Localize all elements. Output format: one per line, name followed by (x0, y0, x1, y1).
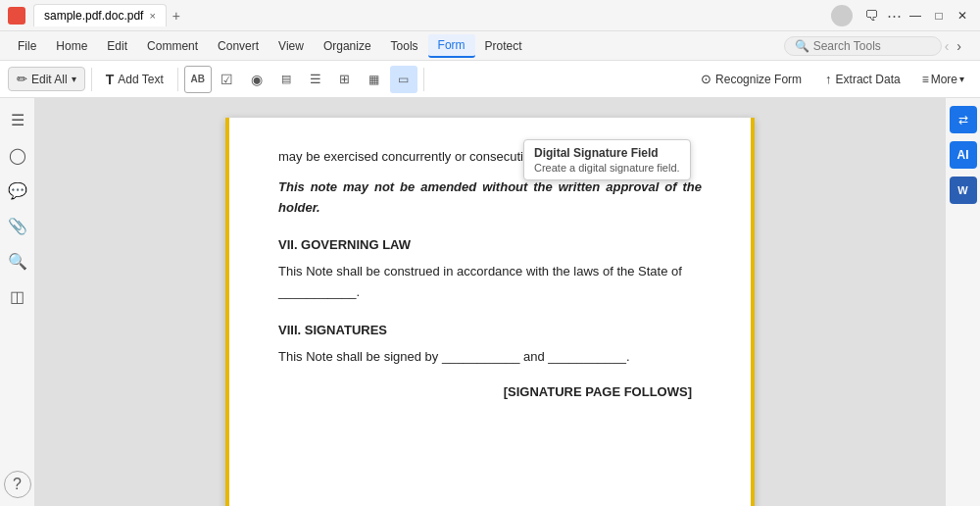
left-sidebar: ☰ ◯ 💬 📎 🔍 ◫ ? (0, 98, 35, 506)
main-content: ☰ ◯ 💬 📎 🔍 ◫ ? Digital Signature Field Cr… (0, 98, 980, 506)
add-text-label: Add Text (118, 73, 163, 86)
sidebar-item-attachments[interactable]: 📎 (4, 212, 31, 239)
add-tab-button[interactable]: + (172, 8, 180, 24)
signature-field-button[interactable]: ▭ (390, 66, 417, 93)
bold-italic-note: This note may not be amended without the… (278, 177, 702, 219)
sidebar-item-bookmark[interactable]: ◯ (4, 141, 31, 169)
note-text: This note may not be amended without the… (278, 179, 702, 215)
sidebar-item-nav[interactable]: ☰ (4, 106, 31, 133)
edit-all-label: Edit All (31, 73, 68, 86)
search-tools-input[interactable]: 🔍 (784, 36, 942, 56)
edit-all-dropdown-icon: ▾ (72, 74, 76, 84)
section7-blank: ___________. (278, 284, 360, 299)
more-options-icon[interactable]: ⋯ (887, 7, 902, 25)
tooltip-box: Digital Signature Field Create a digital… (523, 139, 691, 180)
more-icon: ≡ (922, 73, 929, 86)
menu-home[interactable]: Home (46, 35, 97, 57)
section8-text: This Note shall be signed by ___________… (278, 347, 702, 368)
menu-file[interactable]: File (8, 35, 46, 57)
window-controls: 🗨 ⋯ — □ ✕ (831, 5, 972, 26)
more-chevron-icon: ▾ (959, 74, 964, 84)
menu-organize[interactable]: Organize (314, 35, 381, 57)
section7-text: This Note shall be construed in accordan… (278, 262, 702, 303)
menu-edit[interactable]: Edit (97, 35, 137, 57)
radio-button[interactable]: ◉ (243, 66, 270, 93)
combo-box-button[interactable]: ▤ (272, 66, 300, 93)
maximize-button[interactable]: □ (929, 6, 949, 25)
edit-all-button[interactable]: ✏ Edit All ▾ (8, 67, 85, 91)
separator-2 (177, 68, 178, 91)
tooltip-title: Digital Signature Field (534, 146, 680, 160)
document-page: Digital Signature Field Create a digital… (225, 118, 755, 506)
section8-title: VIII. SIGNATURES (278, 321, 702, 341)
text-field-button[interactable]: AB (184, 66, 212, 93)
tooltip-description: Create a digital signature field. (534, 162, 680, 174)
sidebar-item-search[interactable]: 🔍 (4, 247, 31, 275)
extract-icon: ↑ (825, 72, 832, 86)
recognize-form-button[interactable]: ⊙ Recognize Form (691, 68, 811, 90)
edit-icon: ✏ (17, 72, 27, 86)
recognize-icon: ⊙ (701, 72, 711, 86)
search-icon: 🔍 (795, 39, 809, 53)
minimize-button[interactable]: — (906, 6, 925, 25)
menu-comment[interactable]: Comment (137, 35, 208, 57)
document-text: may be exercised concurrently or consecu… (278, 147, 702, 403)
section7-title: VII. GOVERNING LAW (278, 235, 702, 256)
date-button[interactable]: ▦ (361, 66, 388, 93)
recognize-form-label: Recognize Form (715, 73, 802, 86)
image-button[interactable]: ⊞ (331, 66, 359, 93)
search-field[interactable] (813, 39, 931, 53)
list-box-button[interactable]: ☰ (302, 66, 329, 93)
nav-back-button[interactable]: ‹ (942, 36, 953, 56)
menu-form[interactable]: Form (428, 34, 475, 58)
right-sidebar: ⇄ AI W (945, 98, 980, 506)
menu-protect[interactable]: Protect (475, 35, 532, 57)
form-toolbar: ✏ Edit All ▾ T Add Text AB ☑ ◉ ▤ ☰ ⊞ ▦ ▭… (0, 61, 980, 98)
nav-arrows: ‹ › (942, 36, 964, 56)
right-ai-icon[interactable]: AI (950, 141, 977, 169)
menu-convert[interactable]: Convert (208, 35, 269, 57)
checkbox-button[interactable]: ☑ (214, 66, 241, 93)
right-convert-icon[interactable]: ⇄ (950, 106, 977, 133)
document-area: Digital Signature Field Create a digital… (35, 98, 945, 506)
titlebar: sample.pdf.doc.pdf × + 🗨 ⋯ — □ ✕ (0, 0, 980, 31)
nav-forward-button[interactable]: › (954, 36, 964, 56)
signature-block: [SIGNATURE PAGE FOLLOWS] (278, 382, 702, 403)
menubar: File Home Edit Comment Convert View Orga… (0, 31, 980, 61)
tab-active[interactable]: sample.pdf.doc.pdf × (33, 4, 167, 26)
section7-body: This Note shall be construed in accordan… (278, 264, 682, 278)
user-avatar (831, 5, 853, 26)
add-text-button[interactable]: T Add Text (98, 68, 172, 91)
right-word-icon[interactable]: W (950, 177, 977, 204)
sidebar-item-comments[interactable]: 💬 (4, 177, 31, 204)
menu-tools[interactable]: Tools (381, 35, 428, 57)
tab-close[interactable]: × (149, 10, 155, 22)
close-button[interactable]: ✕ (953, 6, 972, 25)
text-icon: T (106, 72, 115, 87)
message-icon[interactable]: 🗨 (864, 7, 879, 24)
extract-data-button[interactable]: ↑ Extract Data (815, 68, 910, 90)
separator-1 (91, 68, 92, 91)
menu-view[interactable]: View (269, 35, 314, 57)
extract-data-label: Extract Data (836, 73, 901, 86)
more-button[interactable]: ≡ More ▾ (914, 69, 972, 90)
sidebar-item-help[interactable]: ? (4, 471, 31, 498)
separator-3 (423, 68, 424, 91)
more-label: More (931, 73, 957, 86)
app-logo (8, 7, 25, 25)
toolbar-right: ⊙ Recognize Form ↑ Extract Data ≡ More ▾ (691, 68, 972, 90)
tab-title: sample.pdf.doc.pdf (44, 9, 143, 23)
digital-signature-tooltip: Digital Signature Field Create a digital… (523, 139, 691, 180)
sidebar-item-layers[interactable]: ◫ (4, 282, 31, 310)
